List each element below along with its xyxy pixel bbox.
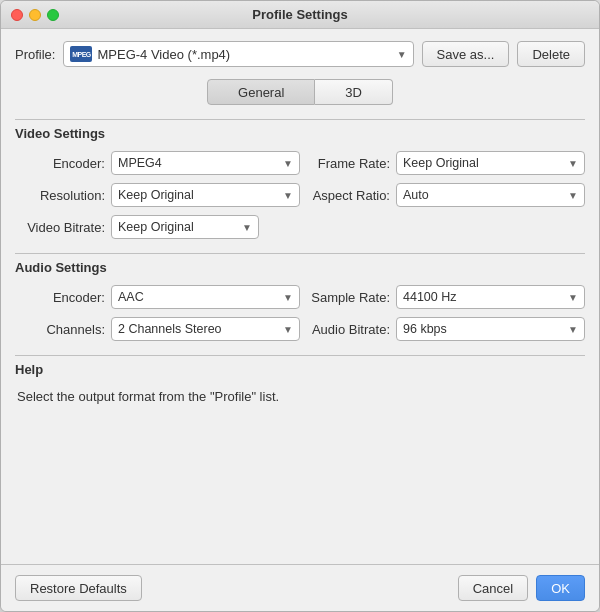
resolution-arrow: ▼ (283, 190, 293, 201)
video-settings-grid: Encoder: MPEG4 ▼ Frame Rate: Keep Origin… (15, 151, 585, 207)
video-bitrate-arrow: ▼ (242, 222, 252, 233)
delete-button[interactable]: Delete (517, 41, 585, 67)
sample-rate-field-row: Sample Rate: 44100 Hz ▼ (310, 285, 585, 309)
maximize-button[interactable] (47, 9, 59, 21)
sample-rate-arrow: ▼ (568, 292, 578, 303)
save-as-button[interactable]: Save as... (422, 41, 510, 67)
video-bitrate-value: Keep Original (118, 220, 238, 234)
profile-label: Profile: (15, 47, 55, 62)
help-section: Help Select the output format from the "… (15, 355, 585, 407)
aspect-ratio-arrow: ▼ (568, 190, 578, 201)
audio-encoder-field-row: Encoder: AAC ▼ (25, 285, 300, 309)
audio-encoder-label: Encoder: (25, 290, 105, 305)
restore-defaults-button[interactable]: Restore Defaults (15, 575, 142, 601)
profile-select[interactable]: MPEG MPEG-4 Video (*.mp4) ▼ (63, 41, 413, 67)
aspect-ratio-label: Aspect Ratio: (310, 188, 390, 203)
bottom-bar: Restore Defaults Cancel OK (1, 564, 599, 611)
video-bitrate-field-row: Video Bitrate: Keep Original ▼ (15, 215, 585, 239)
audio-encoder-arrow: ▼ (283, 292, 293, 303)
video-bitrate-label: Video Bitrate: (25, 220, 105, 235)
content-area: Profile: MPEG MPEG-4 Video (*.mp4) ▼ Sav… (1, 29, 599, 564)
aspect-ratio-value: Auto (403, 188, 564, 202)
video-settings-title: Video Settings (15, 126, 585, 141)
audio-settings-grid: Encoder: AAC ▼ Sample Rate: 44100 Hz ▼ (15, 285, 585, 341)
audio-bitrate-field-row: Audio Bitrate: 96 kbps ▼ (310, 317, 585, 341)
audio-bitrate-value: 96 kbps (403, 322, 564, 336)
aspect-ratio-select[interactable]: Auto ▼ (396, 183, 585, 207)
encoder-arrow: ▼ (283, 158, 293, 169)
title-bar: Profile Settings (1, 1, 599, 29)
profile-dropdown-arrow: ▼ (397, 49, 407, 60)
resolution-select[interactable]: Keep Original ▼ (111, 183, 300, 207)
audio-bitrate-label: Audio Bitrate: (310, 322, 390, 337)
help-divider (15, 355, 585, 356)
frame-rate-field-row: Frame Rate: Keep Original ▼ (310, 151, 585, 175)
right-buttons: Cancel OK (458, 575, 585, 601)
frame-rate-arrow: ▼ (568, 158, 578, 169)
video-divider (15, 119, 585, 120)
window-title: Profile Settings (252, 7, 347, 22)
video-bitrate-select[interactable]: Keep Original ▼ (111, 215, 259, 239)
audio-encoder-select[interactable]: AAC ▼ (111, 285, 300, 309)
aspect-ratio-field-row: Aspect Ratio: Auto ▼ (310, 183, 585, 207)
profile-row: Profile: MPEG MPEG-4 Video (*.mp4) ▼ Sav… (15, 41, 585, 67)
video-settings-section: Video Settings Encoder: MPEG4 ▼ Frame Ra… (15, 119, 585, 239)
mpeg-icon: MPEG (70, 46, 92, 62)
audio-settings-title: Audio Settings (15, 260, 585, 275)
sample-rate-select[interactable]: 44100 Hz ▼ (396, 285, 585, 309)
audio-divider (15, 253, 585, 254)
channels-field-row: Channels: 2 Channels Stereo ▼ (25, 317, 300, 341)
encoder-field-row: Encoder: MPEG4 ▼ (25, 151, 300, 175)
traffic-lights (11, 9, 59, 21)
encoder-label: Encoder: (25, 156, 105, 171)
encoder-value: MPEG4 (118, 156, 279, 170)
audio-encoder-value: AAC (118, 290, 279, 304)
ok-button[interactable]: OK (536, 575, 585, 601)
tab-3d[interactable]: 3D (315, 79, 393, 105)
profile-select-text: MPEG-4 Video (*.mp4) (97, 47, 391, 62)
audio-bitrate-select[interactable]: 96 kbps ▼ (396, 317, 585, 341)
audio-settings-section: Audio Settings Encoder: AAC ▼ Sample Rat… (15, 253, 585, 341)
cancel-button[interactable]: Cancel (458, 575, 528, 601)
encoder-select[interactable]: MPEG4 ▼ (111, 151, 300, 175)
frame-rate-select[interactable]: Keep Original ▼ (396, 151, 585, 175)
sample-rate-label: Sample Rate: (310, 290, 390, 305)
help-title: Help (15, 362, 585, 377)
audio-bitrate-arrow: ▼ (568, 324, 578, 335)
close-button[interactable] (11, 9, 23, 21)
frame-rate-value: Keep Original (403, 156, 564, 170)
tabs-row: General 3D (15, 79, 585, 105)
resolution-value: Keep Original (118, 188, 279, 202)
tab-general[interactable]: General (207, 79, 315, 105)
help-text: Select the output format from the "Profi… (15, 387, 585, 407)
channels-label: Channels: (25, 322, 105, 337)
main-window: Profile Settings Profile: MPEG MPEG-4 Vi… (0, 0, 600, 612)
channels-value: 2 Channels Stereo (118, 322, 279, 336)
minimize-button[interactable] (29, 9, 41, 21)
sample-rate-value: 44100 Hz (403, 290, 564, 304)
frame-rate-label: Frame Rate: (310, 156, 390, 171)
channels-select[interactable]: 2 Channels Stereo ▼ (111, 317, 300, 341)
channels-arrow: ▼ (283, 324, 293, 335)
resolution-field-row: Resolution: Keep Original ▼ (25, 183, 300, 207)
resolution-label: Resolution: (25, 188, 105, 203)
